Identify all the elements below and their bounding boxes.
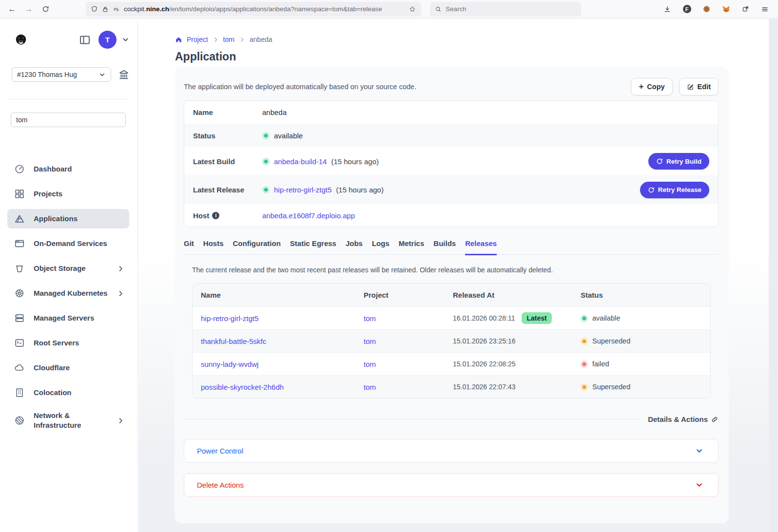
release-project-link[interactable]: tom [364,383,376,391]
delete-actions-panel[interactable]: Delete Actions [184,473,719,497]
refresh-icon [656,158,663,165]
downloads-icon[interactable] [659,2,676,17]
release-project-link[interactable]: tom [364,314,376,323]
terminal-icon [14,338,25,348]
breadcrumb-chevron-icon [213,37,219,43]
application-name: anbeda [262,108,709,116]
tab-logs[interactable]: Logs [372,239,389,255]
info-row-status: Status available [184,124,718,147]
release-name-link[interactable]: sunny-lady-wvdwj [201,360,258,368]
sidebar-item-cloudflare[interactable]: Cloudflare [7,358,129,378]
power-control-panel[interactable]: Power Control [184,439,719,463]
sidebar-item-dashboard[interactable]: Dashboard [7,159,129,179]
release-project-link[interactable]: tom [364,337,376,345]
main-content: Project tom anbeda Application The appli… [138,19,769,532]
status-dot-green [262,132,270,139]
release-name-link[interactable]: possible-skyrocket-2h6dh [201,383,284,391]
tab-metrics[interactable]: Metrics [399,239,425,255]
panel-toggle-icon[interactable] [79,34,91,46]
sidebar-item-object-storage[interactable]: Object Storage [7,259,129,278]
shield-icon[interactable] [91,5,98,13]
tab-hosts[interactable]: Hosts [203,239,224,255]
tab-releases[interactable]: Releases [465,239,497,255]
sidebar-nav: Dashboard Projects Applications On-Deman… [0,159,137,433]
chevron-down-icon [695,481,703,489]
tab-builds[interactable]: Builds [433,239,456,255]
details-actions-link[interactable]: Details & Actions [648,415,719,423]
permissions-icon[interactable] [113,5,120,13]
breadcrumb-project-link[interactable]: Project [187,36,208,43]
organization-bank-icon[interactable] [118,69,130,80]
column-status: Status [572,291,710,299]
tab-jobs[interactable]: Jobs [346,239,363,255]
chevron-right-icon [117,265,124,272]
edit-button[interactable]: Edit [679,78,719,95]
releases-table: Name Project Released At Status hip-retr… [192,283,711,399]
sidebar-item-managed-kubernetes[interactable]: Managed Kubernetes [7,284,129,303]
info-icon[interactable]: i [212,212,219,219]
info-row-latest-release: Latest Release hip-retro-girl-ztgt5 (15 … [184,175,718,204]
sidebar-item-projects[interactable]: Projects [7,184,129,204]
application-info-table: Name anbeda Status available Latest Buil… [184,100,719,227]
release-project-link[interactable]: tom [364,360,376,368]
latest-build-link[interactable]: anbeda-build-14 [274,157,327,166]
namespace-filter-input[interactable] [11,113,126,127]
extension-open-icon[interactable] [737,2,754,17]
sidebar-item-on-demand-services[interactable]: On-Demand Services [7,234,129,253]
release-status: available [592,314,620,322]
tab-static-egress[interactable]: Static Egress [290,239,336,255]
release-status: Superseded [592,383,630,391]
breadcrumb-current: anbeda [250,36,272,43]
column-project: Project [355,291,445,299]
cookie-extension-icon[interactable] [698,2,715,17]
extension-f-icon[interactable]: F [679,2,695,17]
metamask-fox-icon[interactable] [718,2,734,17]
scrollbar-track[interactable] [769,19,778,532]
bookmark-star-icon[interactable] [408,5,416,13]
breadcrumb-namespace-link[interactable]: tom [223,36,234,43]
tab-bar: Git Hosts Configuration Static Egress Jo… [184,239,719,255]
build-age: (15 hours ago) [331,157,379,166]
menu-hamburger-icon[interactable] [757,2,773,17]
reload-button[interactable] [37,2,54,17]
avatar[interactable]: T [98,31,117,49]
account-select[interactable]: #1230 Thomas Hug [12,67,111,82]
nine-logo[interactable] [14,33,28,47]
tab-configuration[interactable]: Configuration [233,239,281,255]
release-name-link[interactable]: hip-retro-girl-ztgt5 [201,314,258,323]
applications-icon [14,213,25,224]
latest-release-link[interactable]: hip-retro-girl-ztgt5 [274,186,331,194]
retry-build-button[interactable]: Retry Build [648,153,709,170]
retry-release-button[interactable]: Retry Release [640,182,709,198]
forward-button[interactable]: → [20,2,37,17]
column-name: Name [193,291,355,299]
sidebar-item-network-infrastructure[interactable]: Network & Infrastructure [7,408,129,433]
refresh-icon [648,187,655,193]
account-chevron-down-icon[interactable] [121,36,130,44]
status-dot-green [262,158,270,165]
sidebar-item-applications[interactable]: Applications [7,209,129,228]
copy-button[interactable]: + Copy [631,78,672,95]
back-button[interactable]: ← [4,2,20,17]
sidebar-item-colocation[interactable]: Colocation [7,383,129,402]
release-name-link[interactable]: thankful-battle-5skfc [201,337,266,345]
released-at: 15.01.2026 22:08:25 [453,360,515,368]
breadcrumb-chevron-icon [239,37,245,43]
sidebar-item-root-servers[interactable]: Root Servers [7,333,129,353]
network-globe-icon [14,415,25,426]
url-bar[interactable]: cockpit.nine.ch/en/tom/deploio/apps/appl… [86,2,421,17]
server-rack-icon [14,313,25,323]
status-dot-green [581,315,588,322]
chevron-right-icon [117,290,124,297]
dashboard-icon [14,164,25,174]
lock-icon[interactable] [102,6,109,13]
home-icon[interactable] [175,36,182,43]
application-description: The application will be deployed automat… [184,83,416,91]
sidebar-item-managed-servers[interactable]: Managed Servers [7,308,129,328]
link-icon [711,416,719,423]
host-link[interactable]: anbeda.e1608f7.deploio.app [262,211,355,220]
search-input[interactable] [446,5,558,13]
select-chevron-down-icon [98,71,106,78]
search-bar[interactable] [430,2,581,17]
tab-git[interactable]: Git [184,239,194,255]
